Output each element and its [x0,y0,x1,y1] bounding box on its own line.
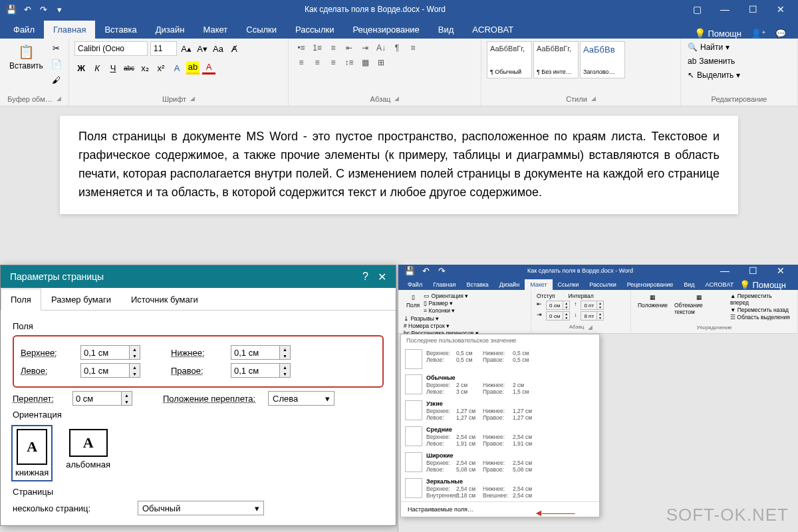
tab-paper[interactable]: Размер бумаги [41,289,121,311]
sort-icon[interactable]: A↓ [374,41,388,55]
send-backward-button[interactable]: ▼ Переместить назад [730,307,792,313]
styles-gallery[interactable]: АаБбВвГг,¶ Обычный АаБбВвГг,¶ Без инте… … [487,41,625,78]
mini-tab-layout[interactable]: Макет [525,279,552,290]
style-heading[interactable]: АаБбВвЗаголово… [580,41,625,78]
font-size-combo[interactable]: 11 [150,41,177,56]
margins-button[interactable]: ▯Поля [404,293,422,310]
cut-icon[interactable]: ✂ [50,41,63,55]
maximize-icon[interactable]: ☐ [739,262,766,279]
strike-button[interactable]: abc [122,61,136,74]
line-spacing-icon[interactable]: ↕≡ [342,56,356,69]
custom-margins-item[interactable]: Настраиваемые поля… ◄―――― [401,501,599,517]
paste-button[interactable]: 📋Вставить [5,41,47,73]
bullets-icon[interactable]: •≡ [294,41,309,55]
dialog-launcher-icon[interactable]: ◢ [588,324,593,331]
highlight-icon[interactable]: ab [186,61,200,74]
tell-me[interactable]: 💡 Помощн [694,28,741,39]
mini-tab-refs[interactable]: Ссылки [553,279,585,290]
justify-icon[interactable]: ≡ [326,56,340,69]
spin-up-icon[interactable]: ▲ [122,392,132,398]
bold-button[interactable]: Ж [74,61,88,74]
dialog-launcher-icon[interactable]: ◢ [190,95,195,103]
underline-button[interactable]: Ч [106,61,120,74]
gutter-input[interactable]: ▲▼ [72,391,132,406]
bottom-margin-input[interactable]: ▲▼ [231,345,291,360]
tab-file[interactable]: Файл [4,21,44,39]
mini-tab-view[interactable]: Вид [678,279,700,290]
margin-preset-item[interactable]: Широкие Верхнее:2,54 смНижнее:2,54 см Ле… [401,450,599,475]
save-icon[interactable]: 💾 [5,3,17,15]
tab-home[interactable]: Главная [44,21,95,39]
size-button[interactable]: ▯ Размер ▾ [424,300,468,307]
replace-button[interactable]: abЗаменить [686,55,741,67]
line-numbers-button[interactable]: # Номера строк ▾ [404,323,479,329]
margin-preset-item[interactable]: Зеркальные Верхнее:2,54 смНижнее:2,54 см… [401,475,599,501]
left-margin-input[interactable]: ▲▼ [80,363,140,378]
dialog-launcher-icon[interactable]: ◢ [57,95,61,103]
tab-design[interactable]: Дизайн [146,21,194,39]
minimize-icon[interactable]: ― [712,262,738,279]
ribbon-options-icon[interactable]: ▢ [684,1,710,18]
indent-left-input[interactable]: 0 см▲▼ [546,301,570,310]
spacing-before-input[interactable]: 0 пт▲▼ [581,301,604,310]
tab-mailings[interactable]: Рассылки [286,21,343,39]
tab-review[interactable]: Рецензирование [343,21,428,39]
style-no-spacing[interactable]: АаБбВвГг,¶ Без инте… [533,41,579,78]
selection-pane-button[interactable]: ☰ Область выделения [730,314,792,321]
tab-layout-src[interactable]: Источник бумаги [121,289,208,311]
show-marks-icon[interactable]: ¶ [390,41,404,55]
save-icon[interactable]: 💾 [404,265,416,277]
superscript-button[interactable]: x² [154,61,168,74]
margin-preset-item[interactable]: Средние Верхнее:2,54 смНижнее:2,54 см Ле… [401,424,599,450]
numbering-icon[interactable]: 1≡ [310,41,325,55]
position-button[interactable]: ▦Положение [636,293,669,310]
right-margin-input[interactable]: ▲▼ [231,363,291,378]
spin-down-icon[interactable]: ▼ [280,352,290,359]
margin-preset-item[interactable]: Узкие Верхнее:1,27 смНижнее:1,27 см Лево… [401,398,599,424]
close-icon[interactable]: ✕ [767,262,794,279]
find-button[interactable]: 🔍Найти ▾ [686,41,741,53]
landscape-option[interactable]: Aальбомная [63,426,113,480]
spin-up-icon[interactable]: ▲ [280,364,290,370]
spin-down-icon[interactable]: ▼ [130,370,140,377]
subscript-button[interactable]: x₂ [138,61,152,74]
multi-pages-combo[interactable]: Обычный▾ [138,501,264,515]
document-page[interactable]: Поля страницы в документе MS Word - это … [60,116,738,214]
mini-tab-mail[interactable]: Рассылки [584,279,621,290]
margin-preset-item[interactable]: Обычные Верхнее:2 смНижнее:2 см Левое:3 … [401,372,599,398]
spin-down-icon[interactable]: ▼ [122,398,132,405]
shading-icon[interactable]: ▦ [358,56,372,69]
italic-button[interactable]: К [90,61,104,74]
tab-acrobat[interactable]: ACROBAT [463,21,523,39]
indent-right-input[interactable]: 0 см▲▼ [546,311,570,321]
indent-icon[interactable]: ⇥ [358,41,372,55]
tab-view[interactable]: Вид [429,21,464,39]
wrap-button[interactable]: ▦Обтекание текстом [673,293,726,317]
redo-icon[interactable]: ↷ [436,265,448,277]
close-icon[interactable]: ✕ [767,1,794,18]
bring-forward-button[interactable]: ▲ Переместить вперед [730,293,792,306]
align-right-icon[interactable]: ≡ [310,56,325,69]
spin-up-icon[interactable]: ▲ [130,346,140,352]
grow-font-icon[interactable]: A▴ [180,42,193,55]
format-painter-icon[interactable]: 🖌 [50,73,63,86]
align-left-icon[interactable]: ≡ [406,41,420,55]
spin-down-icon[interactable]: ▼ [130,352,140,359]
select-button[interactable]: ↖Выделить ▾ [686,69,741,81]
multilevel-icon[interactable]: ≡ [326,41,340,55]
spacing-after-input[interactable]: 8 пт▲▼ [581,311,604,321]
qat-more-icon[interactable]: ▾ [53,3,65,15]
mini-tab-file[interactable]: Файл [402,279,428,290]
tab-margins[interactable]: Поля [1,289,41,311]
clear-format-icon[interactable]: A̸ [227,42,241,55]
font-name-combo[interactable]: Calibri (Осно [74,41,148,56]
change-case-icon[interactable]: Aa [211,42,225,55]
text-effects-icon[interactable]: A [170,61,184,74]
comments-icon[interactable]: 💬 [775,29,786,39]
spin-up-icon[interactable]: ▲ [280,346,290,352]
margin-preset-item[interactable]: Верхнее:0,5 смНижнее:0,5 см Левое:0,5 см… [401,346,599,372]
orientation-button[interactable]: ▭ Ориентация ▾ [424,293,468,299]
gutter-pos-combo[interactable]: Слева▾ [268,391,334,406]
mini-help[interactable]: 💡 Помощн [739,280,786,290]
spin-down-icon[interactable]: ▼ [280,370,290,377]
